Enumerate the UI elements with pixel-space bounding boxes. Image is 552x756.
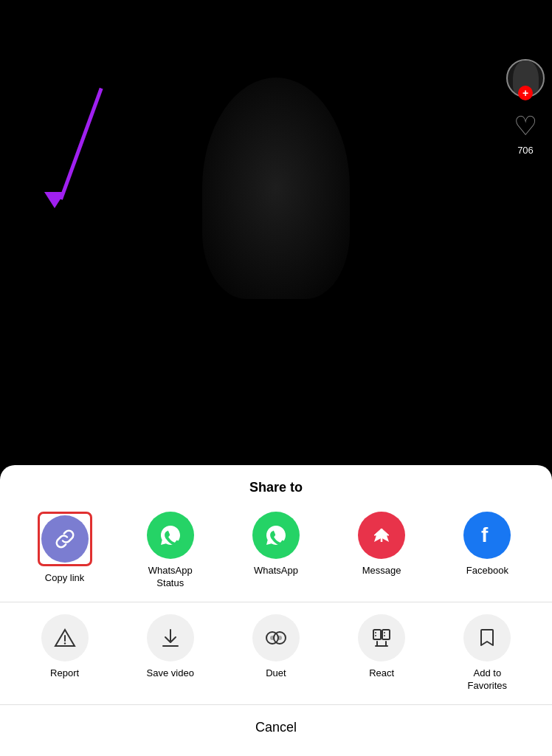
message-icon [369,523,394,548]
action-item-report[interactable]: Report [32,614,98,680]
share-row: Copy link WhatsApp Status WhatsApp [0,512,552,590]
follow-badge[interactable]: + [518,86,533,100]
react-label: React [369,667,394,680]
whatsapp-status-label: WhatsApp Status [137,565,204,590]
like-container[interactable]: ♡ 706 [514,111,537,156]
svg-marker-1 [374,529,382,535]
share-divider [0,602,552,602]
video-background [0,0,552,317]
share-item-whatsapp-status[interactable]: WhatsApp Status [137,512,204,590]
copy-link-highlight [38,512,92,566]
favorites-circle [463,614,511,662]
share-item-message[interactable]: Message [348,512,415,577]
svg-point-12 [270,636,275,640]
svg-marker-0 [382,529,389,535]
message-label: Message [362,565,401,577]
svg-rect-15 [382,630,390,639]
svg-point-7 [63,643,65,645]
facebook-label: Facebook [466,565,508,577]
warning-icon [54,627,76,649]
whatsapp-icon [262,521,290,549]
svg-point-13 [277,636,282,640]
whatsapp-label: WhatsApp [254,565,298,577]
bookmark-icon [476,627,498,649]
whatsapp-status-icon [156,521,184,549]
svg-point-18 [384,632,385,633]
react-circle [358,614,405,662]
facebook-icon: f [474,522,500,549]
link-icon [52,526,77,551]
facebook-circle: f [463,512,511,559]
report-circle [41,614,89,662]
avatar-container[interactable]: + [506,59,545,97]
whatsapp-circle [252,512,300,559]
favorites-label: Add toFavorites [468,667,507,693]
download-icon [159,627,182,649]
heart-icon: ♡ [514,111,537,142]
sidebar-icons: + ♡ 706 [506,59,545,156]
copy-link-label: Copy link [45,572,84,585]
react-icon [370,627,393,649]
svg-text:f: f [481,523,489,546]
whatsapp-status-circle [147,512,194,559]
share-title: Share to [0,480,552,495]
duet-icon [265,627,287,649]
save-video-circle [147,614,194,662]
action-item-favorites[interactable]: Add toFavorites [454,614,520,693]
svg-point-17 [375,635,376,636]
action-item-react[interactable]: React [348,614,415,680]
action-row: Report Save video [0,614,552,693]
duet-label: Duet [266,667,286,680]
report-label: Report [50,667,79,680]
share-item-whatsapp[interactable]: WhatsApp [243,512,309,577]
share-item-facebook[interactable]: f Facebook [454,512,520,577]
save-video-label: Save video [147,667,194,680]
message-circle [358,512,405,559]
action-item-save-video[interactable]: Save video [137,614,204,680]
share-item-copy-link[interactable]: Copy link [32,512,98,585]
svg-point-19 [384,635,385,636]
duet-circle [252,614,300,662]
action-item-duet[interactable]: Duet [243,614,309,680]
svg-point-16 [375,632,376,633]
share-sheet: Share to Copy link W [0,465,552,756]
cancel-button[interactable]: Cancel [0,705,552,756]
copy-link-circle [41,515,89,563]
likes-count: 706 [517,145,534,156]
video-figure [202,78,350,299]
svg-rect-14 [373,630,381,639]
